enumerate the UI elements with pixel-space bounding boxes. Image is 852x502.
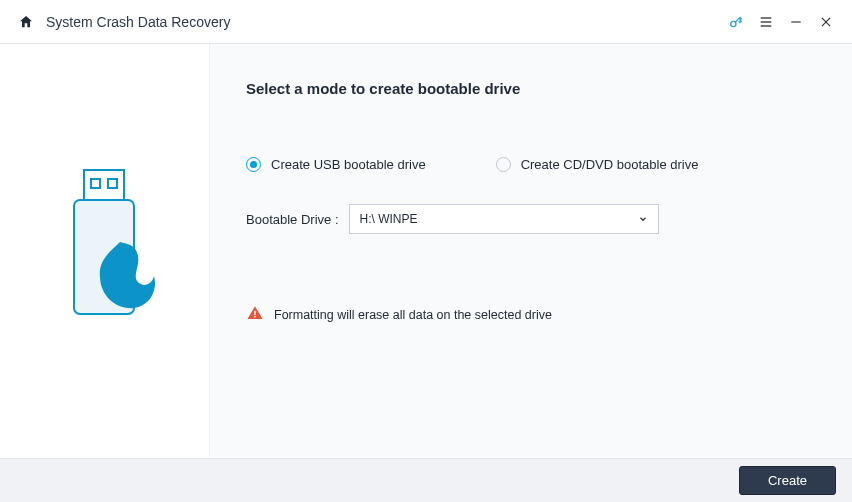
create-button[interactable]: Create [739,466,836,495]
radio-cd-label: Create CD/DVD bootable drive [521,157,699,172]
svg-rect-8 [91,179,100,188]
warning-text: Formatting will erase all data on the se… [274,308,552,322]
titlebar: System Crash Data Recovery [0,0,852,44]
window-title: System Crash Data Recovery [46,14,230,30]
drive-select-row: Bootable Drive : H:\ WINPE [246,204,828,234]
chevron-down-icon [638,210,648,228]
drive-selected-value: H:\ WINPE [360,212,418,226]
key-icon[interactable] [728,14,744,30]
usb-flame-icon [50,164,160,338]
radio-icon [246,157,261,172]
radio-icon [496,157,511,172]
svg-rect-11 [254,311,256,316]
minimize-icon[interactable] [788,14,804,30]
close-icon[interactable] [818,14,834,30]
radio-usb-option[interactable]: Create USB bootable drive [246,157,426,172]
titlebar-right [728,14,834,30]
app-window: System Crash Data Recovery [0,0,852,502]
mode-radio-group: Create USB bootable drive Create CD/DVD … [246,157,828,172]
home-icon[interactable] [18,14,34,30]
warning-row: Formatting will erase all data on the se… [246,304,828,326]
page-heading: Select a mode to create bootable drive [246,80,828,97]
warning-triangle-icon [246,304,264,326]
svg-point-0 [731,21,736,26]
radio-cd-option[interactable]: Create CD/DVD bootable drive [496,157,699,172]
main-panel: Select a mode to create bootable drive C… [210,44,852,458]
titlebar-left: System Crash Data Recovery [18,14,230,30]
drive-label: Bootable Drive : [246,212,339,227]
sidebar [0,44,210,458]
menu-icon[interactable] [758,14,774,30]
svg-rect-9 [108,179,117,188]
footer: Create [0,458,852,502]
drive-select[interactable]: H:\ WINPE [349,204,659,234]
radio-usb-label: Create USB bootable drive [271,157,426,172]
content-area: Select a mode to create bootable drive C… [0,44,852,458]
svg-rect-12 [254,316,256,318]
